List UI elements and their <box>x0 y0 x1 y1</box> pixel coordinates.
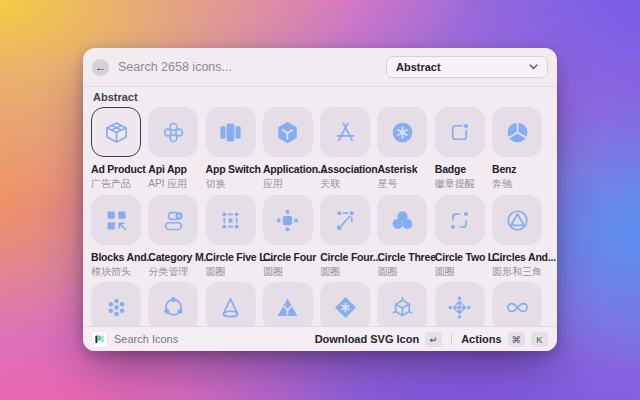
icon-name: Circle Four <box>263 251 313 263</box>
icon-cell-circle-four[interactable]: Circle Four 圆圈 <box>263 195 313 279</box>
divider <box>451 333 452 345</box>
icon-name-cn: 广告产品 <box>91 177 141 191</box>
icon-name-cn: 模块箭头 <box>91 265 141 279</box>
back-arrow-icon: ← <box>95 62 106 73</box>
icon-cell-cube[interactable] <box>377 282 427 332</box>
icon-name-cn: 圆圈 <box>377 265 427 279</box>
chevron-down-icon <box>529 64 538 70</box>
circle-four-icon <box>274 207 301 234</box>
icon-grid-row-3 <box>91 282 542 332</box>
icon-name: Circle Four... <box>320 251 370 263</box>
badge-icon <box>446 119 473 146</box>
icon-name: Application... <box>263 163 313 175</box>
circle-two-line-icon <box>446 207 473 234</box>
icon-name-cn: 关联 <box>320 177 370 191</box>
icon-cell-triangle[interactable] <box>263 282 313 332</box>
icon-name-cn: 应用 <box>263 177 313 191</box>
icon-cell-app-switch[interactable]: App Switch 切换 <box>206 107 256 191</box>
icon-name: Badge <box>435 163 485 175</box>
actions-button[interactable]: Actions <box>461 333 501 345</box>
icon-name: Category M... <box>148 251 198 263</box>
circles-and-triangles-icon <box>504 207 531 234</box>
section-label: Abstract <box>93 91 138 103</box>
icon-search-window: ← Search 2658 icons... Abstract Abstract… <box>83 48 557 351</box>
diamond-asterisk-icon <box>332 294 359 321</box>
footer-app-name: Search Icons <box>114 333 178 345</box>
icon-name-cn: 圆圈 <box>320 265 370 279</box>
back-button[interactable]: ← <box>92 59 109 76</box>
ad-product-icon <box>103 119 130 146</box>
icon-cell-circle-ring-dots[interactable] <box>148 282 198 332</box>
icon-cell-diamond-asterisk[interactable] <box>320 282 370 332</box>
icon-name: Api App <box>148 163 198 175</box>
blocks-and-arrows-icon <box>103 207 130 234</box>
icon-cell-circle-two-line[interactable]: Circle Two L... 圆圈 <box>435 195 485 279</box>
icon-name-cn: 圆圈 <box>206 265 256 279</box>
icon-cell-blocks-and-arrows[interactable]: Blocks And... 模块箭头 <box>91 195 141 279</box>
icon-name: Association <box>320 163 370 175</box>
icon-name-cn: 奔驰 <box>492 177 542 191</box>
icon-cell-association[interactable]: Association 关联 <box>320 107 370 191</box>
icon-name: Circles And... <box>492 251 542 263</box>
cmd-key-badge: ⌘ <box>508 332 526 347</box>
icon-name: Ad Product <box>91 163 141 175</box>
icon-name: Circle Two L... <box>435 251 485 263</box>
app-switch-icon <box>217 119 244 146</box>
asterisk-icon <box>389 119 416 146</box>
icon-name-cn: API 应用 <box>148 177 198 191</box>
icon-grid-row-2: Blocks And... 模块箭头 Category M... 分类管理 Ci… <box>91 195 542 279</box>
download-svg-button[interactable]: Download SVG Icon <box>315 333 420 345</box>
footer-bar: Search Icons Download SVG Icon ↵ Actions… <box>83 326 557 351</box>
category-dropdown-value: Abstract <box>396 61 441 73</box>
category-management-icon <box>160 207 187 234</box>
icon-name-cn: 切换 <box>206 177 256 191</box>
icon-name-cn: 星号 <box>377 177 427 191</box>
icon-name-cn: 圆圈 <box>263 265 313 279</box>
search-input[interactable]: Search 2658 icons... <box>118 60 232 74</box>
icon-cell-circle-five-line[interactable]: Circle Five L... 圆圈 <box>206 195 256 279</box>
icon-cell-infinity[interactable] <box>492 282 542 332</box>
icon-cell-badge[interactable]: Badge 徽章提醒 <box>435 107 485 191</box>
circle-four-line-icon <box>332 207 359 234</box>
icon-name-cn: 圆形和三角 <box>492 265 542 279</box>
circle-three-icon <box>389 207 416 234</box>
icon-cell-category-management[interactable]: Category M... 分类管理 <box>148 195 198 279</box>
dots-icon <box>103 294 130 321</box>
icon-name-cn: 分类管理 <box>148 265 198 279</box>
move-dots-icon <box>446 294 473 321</box>
circle-ring-dots-icon <box>160 294 187 321</box>
icon-name: Blocks And... <box>91 251 141 263</box>
cube-icon <box>389 294 416 321</box>
icon-cell-application[interactable]: Application... 应用 <box>263 107 313 191</box>
icon-grid-row-1: Ad Product 广告产品 Api App API 应用 App Switc… <box>91 107 542 191</box>
icon-cell-move-dots[interactable] <box>435 282 485 332</box>
icon-name: Asterisk <box>377 163 427 175</box>
infinity-icon <box>504 294 531 321</box>
triangle-icon <box>274 294 301 321</box>
icon-name: Circle Three <box>377 251 427 263</box>
icon-cell-ad-product[interactable]: Ad Product 广告产品 <box>91 107 141 191</box>
icon-cell-benz[interactable]: Benz 奔驰 <box>492 107 542 191</box>
cone-icon <box>217 294 244 321</box>
benz-icon <box>504 119 531 146</box>
divider <box>83 86 557 87</box>
application-icon <box>274 119 301 146</box>
k-key-badge: K <box>531 332 548 347</box>
app-logo-icon <box>92 332 107 347</box>
icon-cell-asterisk[interactable]: Asterisk 星号 <box>377 107 427 191</box>
icon-name-cn: 圆圈 <box>435 265 485 279</box>
association-icon <box>332 119 359 146</box>
icon-name: Circle Five L... <box>206 251 256 263</box>
icon-cell-cone[interactable] <box>206 282 256 332</box>
icon-name-cn: 徽章提醒 <box>435 177 485 191</box>
category-dropdown[interactable]: Abstract <box>386 56 548 78</box>
icon-cell-dots[interactable] <box>91 282 141 332</box>
circle-five-line-icon <box>217 207 244 234</box>
icon-name: Benz <box>492 163 542 175</box>
icon-cell-circle-four-line[interactable]: Circle Four... 圆圈 <box>320 195 370 279</box>
icon-cell-api-app[interactable]: Api App API 应用 <box>148 107 198 191</box>
icon-cell-circle-three[interactable]: Circle Three 圆圈 <box>377 195 427 279</box>
api-app-icon <box>160 119 187 146</box>
enter-key-badge: ↵ <box>425 332 442 347</box>
icon-cell-circles-and-triangles[interactable]: Circles And... 圆形和三角 <box>492 195 542 279</box>
